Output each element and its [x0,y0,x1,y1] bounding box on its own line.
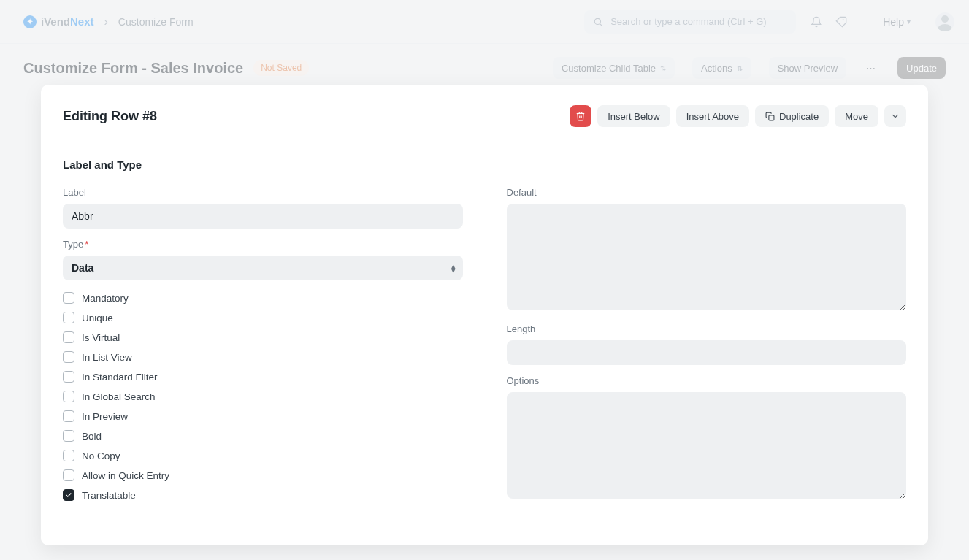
length-label: Length [507,323,907,334]
default-label: Default [507,187,907,198]
type-field-label: Type* [63,239,463,250]
checkbox-box [63,489,74,501]
more-menu-button[interactable]: ⋯ [861,57,880,79]
checkbox-label: Is Virtual [82,332,120,343]
customize-child-table-button[interactable]: Customize Child Table⇅ [553,57,675,79]
checkbox-in-standard-filter[interactable]: In Standard Filter [63,371,463,383]
checkbox-box [63,450,74,461]
checkbox-label: In List View [82,352,132,363]
checkbox-in-preview[interactable]: In Preview [63,410,463,422]
checkbox-label: Unique [82,312,113,323]
insert-above-button[interactable]: Insert Above [676,105,749,127]
checkbox-list: MandatoryUniqueIs VirtualIn List ViewIn … [63,292,463,501]
page-title: Customize Form - Sales Invoice [23,60,243,77]
checkbox-box [63,351,74,363]
collapse-button[interactable] [884,105,906,127]
type-select[interactable]: Data [63,256,463,280]
chevron-down-icon: ▾ [907,18,911,26]
search-placeholder: Search or type a command (Ctrl + G) [610,16,767,27]
checkbox-label: Mandatory [82,293,129,304]
checkbox-in-list-view[interactable]: In List View [63,351,463,363]
bell-icon[interactable] [811,16,822,28]
checkbox-mandatory[interactable]: Mandatory [63,292,463,304]
svg-line-1 [600,23,602,26]
options-textarea[interactable] [507,392,907,499]
copy-icon [765,112,775,121]
panel-title: Editing Row #8 [63,109,570,124]
checkbox-in-global-search[interactable]: In Global Search [63,391,463,402]
checkbox-translatable[interactable]: Translatable [63,489,463,501]
trash-icon [575,111,586,121]
search-icon [593,17,603,27]
status-badge: Not Saved [253,60,309,76]
navbar: ✦ iVendNext › Customize Form Search or t… [0,0,969,44]
svg-point-0 [595,18,601,24]
checkbox-box [63,292,74,304]
svg-rect-3 [769,115,774,120]
delete-button[interactable] [570,105,591,127]
label-input[interactable] [63,204,463,229]
checkbox-unique[interactable]: Unique [63,312,463,323]
checkbox-label: Translatable [82,490,136,501]
checkbox-box [63,410,74,422]
checkbox-no-copy[interactable]: No Copy [63,450,463,461]
show-preview-button[interactable]: Show Preview [769,57,846,79]
updown-icon: ⇅ [660,64,666,72]
checkbox-label: Allow in Quick Entry [82,470,169,481]
checkbox-label: In Global Search [82,391,156,402]
updown-icon: ⇅ [737,64,743,72]
checkbox-box [63,430,74,442]
duplicate-button[interactable]: Duplicate [755,105,829,127]
actions-button[interactable]: Actions⇅ [692,57,751,79]
checkbox-label: In Preview [82,411,128,422]
options-label: Options [507,375,907,386]
label-field-label: Label [63,187,463,198]
logo-icon: ✦ [23,15,37,28]
insert-below-button[interactable]: Insert Below [597,105,670,127]
length-input[interactable] [507,340,907,365]
ellipsis-icon: ⋯ [866,63,876,74]
checkbox-label: In Standard Filter [82,372,158,383]
checkbox-box [63,312,74,323]
avatar[interactable] [935,12,954,31]
edit-row-panel: Editing Row #8 Insert Below Insert Above… [41,85,928,545]
logo-text: iVendNext [41,15,94,28]
checkbox-is-virtual[interactable]: Is Virtual [63,331,463,343]
checkbox-allow-in-quick-entry[interactable]: Allow in Quick Entry [63,469,463,481]
chevron-down-icon [890,111,900,121]
checkbox-box [63,469,74,481]
search-input[interactable]: Search or type a command (Ctrl + G) [584,10,796,34]
checkbox-box [63,391,74,402]
checkbox-label: Bold [82,431,102,442]
move-button[interactable]: Move [835,105,878,127]
svg-point-2 [843,19,844,20]
logo[interactable]: ✦ iVendNext [23,15,94,28]
section-title: Label and Type [41,142,928,177]
checkbox-label: No Copy [82,450,120,461]
checkbox-bold[interactable]: Bold [63,430,463,442]
tag-icon[interactable] [835,16,847,28]
chevron-right-icon: › [104,15,108,28]
default-textarea[interactable] [507,204,907,310]
breadcrumb[interactable]: Customize Form [118,16,194,28]
help-menu[interactable]: Help▾ [883,16,911,28]
checkbox-box [63,371,74,383]
checkbox-box [63,331,74,343]
update-button[interactable]: Update [897,57,946,79]
